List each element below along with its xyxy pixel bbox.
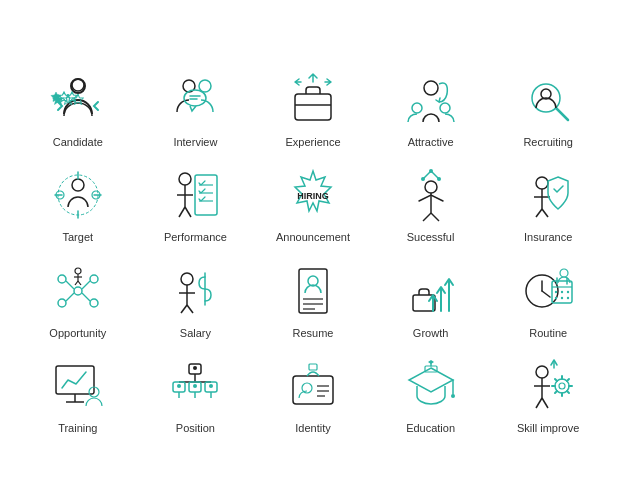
svg-line-134 [567, 379, 569, 381]
icon-education[interactable]: Education [374, 348, 488, 439]
svg-line-48 [542, 209, 548, 217]
svg-point-6 [199, 80, 211, 92]
routine-svg [516, 259, 580, 323]
svg-line-54 [66, 281, 74, 289]
icon-attractive[interactable]: Attractive [374, 62, 488, 153]
svg-point-1 [72, 79, 84, 91]
icon-experience[interactable]: Experience [256, 62, 370, 153]
svg-point-86 [561, 290, 563, 292]
interview-label: Interview [173, 136, 217, 149]
svg-line-47 [536, 209, 542, 217]
announcement-svg: HIRING [281, 163, 345, 227]
svg-point-87 [567, 290, 569, 292]
svg-line-124 [536, 398, 542, 408]
svg-point-90 [567, 296, 569, 298]
svg-point-42 [421, 177, 425, 181]
icon-position[interactable]: Position [139, 348, 253, 439]
svg-point-41 [429, 169, 433, 173]
target-label: Target [63, 231, 94, 244]
successful-svg [399, 163, 463, 227]
svg-point-50 [58, 275, 66, 283]
skill-improve-label: Skill improve [517, 422, 579, 435]
svg-line-133 [567, 391, 569, 393]
successful-label: Sucessful [407, 231, 455, 244]
position-label: Position [176, 422, 215, 435]
svg-line-55 [82, 281, 90, 289]
svg-point-85 [555, 290, 557, 292]
svg-line-56 [66, 293, 74, 301]
icon-identity[interactable]: Identity [256, 348, 370, 439]
svg-point-91 [560, 269, 568, 277]
svg-line-16 [556, 108, 568, 120]
svg-line-67 [187, 305, 193, 313]
svg-point-108 [209, 384, 213, 388]
performance-label: Performance [164, 231, 227, 244]
svg-point-88 [555, 296, 557, 298]
experience-svg [281, 68, 345, 132]
icon-target[interactable]: Target [21, 157, 135, 248]
icon-announcement[interactable]: HIRING Announcement [256, 157, 370, 248]
icon-interview[interactable]: Interview [139, 62, 253, 153]
svg-line-62 [78, 281, 81, 285]
svg-point-89 [561, 296, 563, 298]
svg-point-107 [193, 384, 197, 388]
salary-label: Salary [180, 327, 211, 340]
salary-svg [163, 259, 227, 323]
interview-svg [163, 68, 227, 132]
icon-insurance[interactable]: Insurance [491, 157, 605, 248]
svg-point-105 [193, 366, 197, 370]
svg-rect-10 [295, 94, 331, 120]
insurance-svg [516, 163, 580, 227]
icon-candidate[interactable]: Candidate [21, 62, 135, 153]
svg-point-43 [437, 177, 441, 181]
svg-line-61 [75, 281, 78, 285]
education-svg [399, 354, 463, 418]
skill-improve-svg [516, 354, 580, 418]
svg-line-80 [542, 291, 550, 297]
svg-line-132 [555, 379, 557, 381]
experience-label: Experience [285, 136, 340, 149]
icon-performance[interactable]: Performance [139, 157, 253, 248]
icon-growth[interactable]: Growth [374, 253, 488, 344]
opportunity-svg [46, 259, 110, 323]
resume-svg [281, 259, 345, 323]
svg-point-58 [75, 268, 81, 274]
attractive-label: Attractive [408, 136, 454, 149]
icon-opportunity[interactable]: Opportunity [21, 253, 135, 344]
identity-label: Identity [295, 422, 330, 435]
svg-rect-92 [56, 366, 94, 394]
icon-successful[interactable]: Sucessful [374, 157, 488, 248]
svg-marker-118 [428, 360, 434, 364]
growth-svg [399, 259, 463, 323]
target-svg [46, 163, 110, 227]
svg-line-39 [423, 213, 431, 221]
svg-line-57 [82, 293, 90, 301]
performance-svg [163, 163, 227, 227]
svg-line-125 [542, 398, 548, 408]
icon-resume[interactable]: Resume [256, 253, 370, 344]
icon-training[interactable]: Training [21, 348, 135, 439]
education-label: Education [406, 422, 455, 435]
attractive-svg [399, 68, 463, 132]
svg-point-37 [425, 181, 437, 193]
icon-skill-improve[interactable]: Skill improve [491, 348, 605, 439]
svg-rect-31 [195, 175, 217, 215]
svg-point-18 [72, 179, 84, 191]
svg-point-51 [90, 275, 98, 283]
svg-point-52 [58, 299, 66, 307]
svg-point-120 [451, 394, 455, 398]
icon-routine[interactable]: Routine [491, 253, 605, 344]
candidate-svg [46, 68, 110, 132]
icon-salary[interactable]: Salary [139, 253, 253, 344]
svg-point-12 [424, 81, 438, 95]
icon-recruiting[interactable]: Recruiting [491, 62, 605, 153]
svg-point-26 [179, 173, 191, 185]
svg-point-127 [559, 383, 565, 389]
recruiting-svg [516, 68, 580, 132]
recruiting-label: Recruiting [523, 136, 573, 149]
svg-point-121 [536, 366, 548, 378]
svg-point-63 [181, 273, 193, 285]
svg-text:HIRING: HIRING [297, 191, 329, 201]
training-label: Training [58, 422, 97, 435]
candidate-label: Candidate [53, 136, 103, 149]
